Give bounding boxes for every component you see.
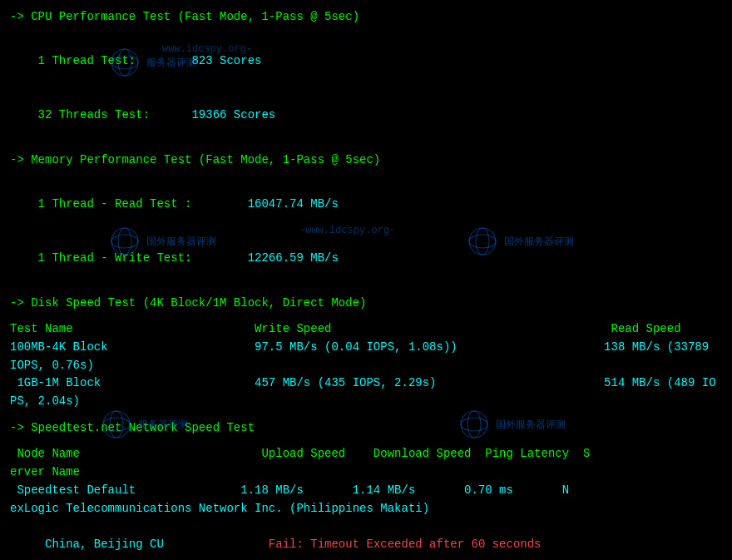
mem-read-line: 1 Thread - Read Test : 16047.74 MB/s — [10, 178, 722, 232]
cpu-1thread-label: 1 Thread Test: — [38, 54, 192, 67]
terminal: -> CPU Performance Test (Fast Mode, 1-Pa… — [0, 0, 732, 560]
cpu-header: -> CPU Performance Test (Fast Mode, 1-Pa… — [10, 8, 722, 27]
disk-1m-cont: PS, 2.04s) — [10, 393, 722, 411]
mem-read-label: 1 Thread - Read Test : — [38, 197, 248, 211]
net-beijing-error: Fail: Timeout Exceeded after 60 seconds — [269, 538, 542, 551]
mem-write-value: 12266.59 MB/s — [248, 251, 339, 265]
mem-write-label: 1 Thread - Write Test: — [38, 251, 248, 265]
net-nexlogic-line: exLogic Telecommunications Network Inc. … — [10, 500, 722, 518]
cpu-1thread-value: 823 Scores — [191, 54, 261, 67]
cpu-32thread-line: 32 Threads Test: 19366 Scores — [10, 89, 722, 143]
cpu-32thread-label: 32 Threads Test: — [38, 108, 192, 121]
net-col-header: Node Name Upload Speed Download Speed Pi… — [10, 445, 722, 463]
mem-read-value: 16047.74 MB/s — [248, 197, 339, 211]
mem-header: -> Memory Performance Test (Fast Mode, 1… — [10, 151, 722, 170]
net-header: -> Speedtest.net Network Speed Test — [10, 419, 722, 438]
net-default-line: Speedtest Default 1.18 MB/s 1.14 MB/s 0.… — [10, 482, 722, 500]
cpu-32thread-value: 19366 Scores — [191, 108, 275, 121]
disk-1m-line: 1GB-1M Block 457 MB/s (435 IOPS, 2.29s) … — [10, 374, 722, 393]
disk-header: -> Disk Speed Test (4K Block/1M Block, D… — [10, 295, 722, 313]
disk-col-header: Test Name Write Speed Read Speed — [10, 320, 722, 339]
disk-4k-cont: IOPS, 0.76s) — [10, 357, 722, 375]
cpu-1thread-line: 1 Thread Test: 823 Scores — [10, 35, 722, 89]
net-beijing-line: China, Beijing CU Fail: Timeout Exceeded… — [10, 518, 722, 560]
net-beijing-label: China, Beijing CU — [38, 538, 269, 551]
net-col-header2: erver Name — [10, 463, 722, 482]
mem-write-line: 1 Thread - Write Test: 12266.59 MB/s — [10, 232, 722, 286]
disk-4k-line: 100MB-4K Block 97.5 MB/s (0.04 IOPS, 1.0… — [10, 339, 722, 357]
